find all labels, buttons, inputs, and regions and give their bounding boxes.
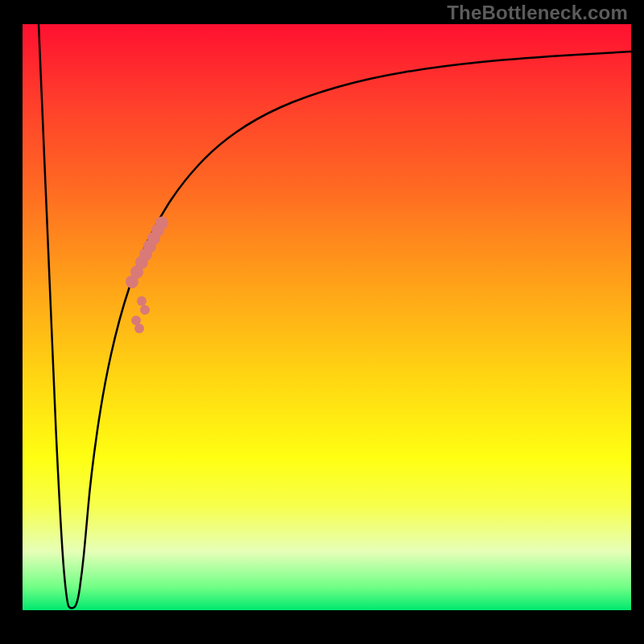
highlight-dots <box>126 217 168 333</box>
bottleneck-curve <box>39 24 631 609</box>
highlight-dot <box>137 296 147 306</box>
highlight-dot <box>134 324 144 333</box>
highlight-dot <box>140 305 150 315</box>
chart-root: TheBottleneck.com <box>0 0 644 644</box>
plot-area <box>23 24 631 610</box>
curve-svg <box>23 24 631 610</box>
highlight-dot <box>155 217 168 229</box>
watermark-text: TheBottleneck.com <box>447 2 628 24</box>
